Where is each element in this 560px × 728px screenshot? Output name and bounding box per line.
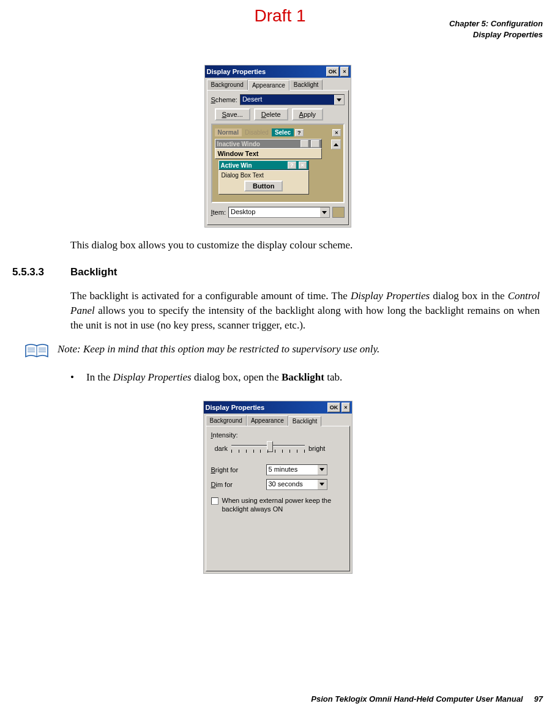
item-dropdown[interactable]: Desktop — [228, 207, 330, 218]
preview-selected: Selec — [272, 128, 294, 136]
tab-background[interactable]: Background — [207, 80, 248, 90]
draft-watermark: Draft 1 — [254, 6, 305, 26]
footer-text: Psion Teklogix Omnii Hand-Held Computer … — [311, 694, 523, 704]
section-number: 5.5.3.3 — [12, 266, 70, 278]
bright-for-label: Bright for — [211, 466, 266, 474]
tab-background[interactable]: Background — [206, 415, 247, 426]
preview-normal: Normal — [215, 128, 242, 136]
section-title: Backlight — [70, 266, 118, 278]
section-label: Display Properties — [12, 29, 543, 40]
titlebar: Display Properties OK × — [204, 401, 352, 414]
backlight-panel: Intensity: dark bright Bright for 5 minu… — [206, 426, 350, 571]
preview-dialog-box: Dialog Box Text Button — [218, 170, 309, 195]
dropdown-arrow-icon[interactable] — [317, 480, 327, 489]
dim-for-value: 30 seconds — [267, 480, 317, 489]
delete-button[interactable]: Delete — [254, 108, 288, 121]
scroll-up-icon — [331, 139, 341, 149]
help-icon: ? — [288, 162, 296, 169]
bright-for-dropdown[interactable]: 5 minutes — [266, 464, 327, 475]
slider-dark-label: dark — [215, 445, 228, 452]
external-power-label: When using external power keep the backl… — [222, 496, 345, 514]
tab-appearance[interactable]: Appearance — [248, 80, 289, 91]
tab-strip: Background Appearance Backlight — [204, 414, 352, 426]
item-label: Item: — [211, 209, 226, 216]
close-icon: × — [299, 162, 307, 169]
page-footer: Psion Teklogix Omnii Hand-Held Computer … — [311, 694, 543, 704]
dropdown-arrow-icon[interactable] — [319, 207, 329, 217]
preview-button: Button — [244, 180, 283, 191]
titlebar: Display Properties OK × — [205, 65, 351, 78]
scheme-preview: Normal Disabled Selec ? × Inactive Windo… — [211, 124, 345, 203]
ok-button[interactable]: OK — [326, 67, 340, 76]
dropdown-arrow-icon[interactable] — [334, 95, 344, 105]
bright-for-value: 5 minutes — [267, 465, 317, 475]
screenshot-backlight: Display Properties OK × Background Appea… — [203, 401, 353, 574]
preview-inactive-window: Inactive Windo ? × — [215, 139, 322, 149]
slider-bright-label: bright — [308, 445, 326, 452]
tab-backlight[interactable]: Backlight — [288, 416, 322, 426]
screenshot-appearance: Display Properties OK × Background Appea… — [204, 65, 351, 228]
book-icon — [24, 343, 49, 359]
tab-appearance[interactable]: Appearance — [247, 415, 288, 426]
close-icon: × — [311, 140, 319, 147]
page-number: 97 — [534, 694, 543, 704]
help-icon: ? — [295, 129, 304, 136]
window-title: Display Properties — [206, 404, 265, 411]
instruction-bullet: • In the Display Properties dialog box, … — [70, 371, 543, 384]
help-icon: ? — [301, 140, 309, 147]
bullet-text: In the Display Properties dialog box, op… — [86, 371, 342, 384]
intensity-slider[interactable] — [231, 441, 305, 456]
ok-button[interactable]: OK — [327, 403, 341, 412]
window-title: Display Properties — [207, 68, 266, 75]
bullet-icon: • — [70, 371, 86, 384]
save-button[interactable]: Save... — [215, 108, 250, 121]
scheme-value: Desert — [241, 95, 334, 105]
external-power-checkbox[interactable] — [211, 497, 218, 505]
dim-for-dropdown[interactable]: 30 seconds — [266, 479, 327, 490]
preview-window-text: Window Text — [215, 148, 322, 159]
intensity-label: Intensity: — [211, 431, 345, 439]
dropdown-arrow-icon[interactable] — [317, 465, 327, 475]
scheme-dropdown[interactable]: Desert — [240, 94, 345, 105]
preview-active-window: Active Win ? × — [218, 160, 309, 170]
close-button[interactable]: × — [340, 67, 348, 76]
apply-button[interactable]: Apply — [292, 108, 324, 121]
item-value: Desktop — [229, 207, 319, 217]
preview-disabled: Disabled — [243, 128, 271, 136]
note: Note: Keep in mind that this option may … — [24, 343, 543, 359]
tab-backlight[interactable]: Backlight — [289, 80, 323, 90]
tab-strip: Background Appearance Backlight — [205, 78, 351, 90]
close-button[interactable]: × — [342, 403, 349, 412]
paragraph-1: This dialog box allows you to customize … — [70, 238, 540, 253]
section-heading: 5.5.3.3 Backlight — [12, 266, 543, 278]
note-text: Note: Keep in mind that this option may … — [58, 343, 379, 355]
paragraph-2: The backlight is activated for a configu… — [70, 289, 540, 332]
color-swatch[interactable] — [332, 207, 345, 218]
appearance-panel: Scheme: Desert Save... Delete Apply Norm… — [207, 90, 349, 225]
close-icon: × — [332, 129, 340, 136]
dim-for-label: Dim for — [211, 481, 266, 488]
scheme-label: Scheme: — [211, 96, 237, 103]
